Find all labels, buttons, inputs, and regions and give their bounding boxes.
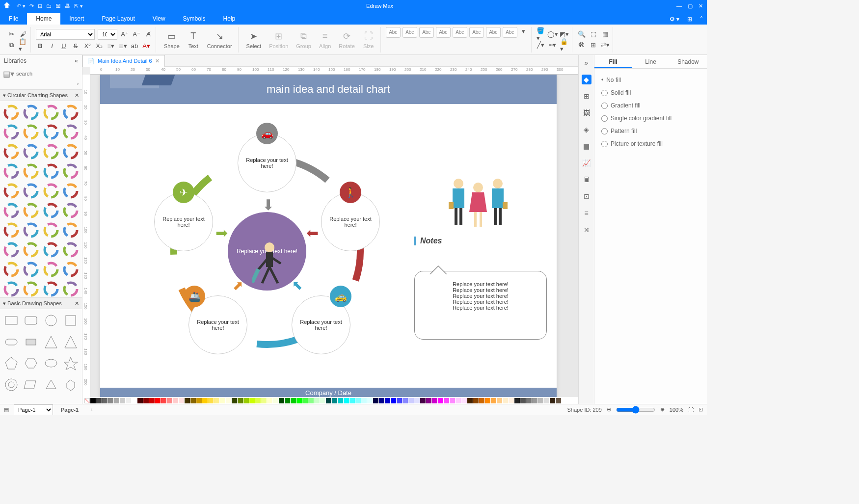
shape-thumb[interactable] [3,163,20,180]
color-swatch[interactable] [432,398,437,403]
fit-page-icon[interactable]: ⛶ [688,407,694,413]
underline-icon[interactable]: U [59,42,68,51]
shape-thumb[interactable] [62,202,79,219]
list-panel-icon[interactable]: ≡ [582,208,591,218]
color-swatch[interactable] [308,398,314,403]
color-swatch[interactable] [238,398,243,403]
color-swatch[interactable] [514,398,520,403]
color-swatch[interactable] [291,398,296,403]
color-swatch[interactable] [314,398,320,403]
shrink-font-icon[interactable]: A⁻ [132,30,141,39]
color-swatch[interactable] [132,398,137,403]
color-swatch[interactable] [420,398,426,403]
color-swatch[interactable] [179,398,184,403]
shape-thumb[interactable] [43,183,59,199]
color-swatch[interactable] [149,398,155,403]
shape-thumb[interactable] [43,355,59,371]
line-icon[interactable]: ╱▾ [537,41,545,50]
circular-diagram[interactable]: Replace your text here! Replace your tex… [139,114,395,369]
bullets-icon[interactable]: ≡▾ [107,42,115,51]
shape-tool[interactable]: ▭Shape [161,29,183,50]
color-swatch[interactable] [167,398,172,403]
color-swatch[interactable] [267,398,272,403]
opt-pattern[interactable]: Pattern fill [601,125,700,137]
style-panel-icon[interactable]: ◆ [582,75,591,84]
shape-thumb[interactable] [62,334,79,350]
tab-line[interactable]: Line [632,55,669,68]
grid-panel-icon[interactable]: ⊞ [582,91,591,101]
clear-format-icon[interactable]: A̸ [144,30,153,39]
copy-icon[interactable]: ⧉ [7,41,16,50]
color-swatch[interactable] [397,398,402,403]
color-swatch[interactable] [302,398,308,403]
style-preset[interactable]: Abc [453,27,467,38]
shape-thumb[interactable] [43,334,59,350]
zoom-in-icon[interactable]: ⊕ [660,406,665,413]
table-panel-icon[interactable]: ▦ [582,141,591,151]
color-swatch[interactable] [367,398,373,403]
opt-single[interactable]: Single color gradient fill [601,112,700,125]
accordion-circular[interactable]: ▾ Circular Charting Shapes✕ [0,89,82,101]
shape-thumb[interactable] [62,261,79,278]
color-swatch[interactable] [373,398,378,403]
shape-thumb[interactable] [23,104,39,121]
shape-thumb[interactable] [62,183,79,199]
shape-thumb[interactable] [43,222,59,239]
color-swatch[interactable] [161,398,166,403]
color-swatch[interactable] [120,398,125,403]
shape-thumb[interactable] [62,281,79,297]
page[interactable]: main idea and detail chart Replace your … [100,75,557,398]
color-swatch[interactable] [556,398,561,403]
color-swatch[interactable] [96,398,102,403]
color-swatch[interactable] [232,398,237,403]
export-icon[interactable]: ⇱ ▾ [74,3,83,9]
connector-tool[interactable]: ↘Connector [204,29,235,50]
people-graphic[interactable] [444,178,512,232]
layers-icon[interactable]: ▦ [601,30,610,39]
undo-icon[interactable]: ↶ ▾ [17,3,26,9]
shape-thumb[interactable] [23,312,39,329]
expand-right-icon[interactable]: » [582,58,591,68]
shape-thumb[interactable] [62,222,79,239]
strike-icon[interactable]: S̶ [71,42,80,51]
opt-gradient[interactable]: Gradient fill [601,99,700,112]
color-swatch[interactable] [243,398,249,403]
find-icon[interactable]: 🔍 [577,30,586,39]
select-all-icon[interactable]: ⬚ [589,30,598,39]
shape-thumb[interactable] [23,202,39,219]
collapse-down-icon[interactable]: ˅ [77,83,79,88]
color-swatch[interactable] [385,398,390,403]
shape-thumb[interactable] [23,355,39,371]
collapse-ribbon-icon[interactable]: ˄ [696,14,707,25]
page-tab[interactable]: Page-1 [57,406,82,414]
color-swatch[interactable] [497,398,502,403]
shape-thumb[interactable] [23,241,39,258]
color-swatch[interactable] [173,398,178,403]
shape-thumb[interactable] [23,376,39,393]
color-swatch[interactable] [261,398,267,403]
nofill-swatch[interactable] [84,398,90,403]
style-more-icon[interactable]: ▾ [519,27,528,36]
page-select[interactable]: Page-1 [14,404,53,415]
color-swatch[interactable] [102,398,107,403]
shape-thumb[interactable] [3,104,20,121]
color-swatch[interactable] [391,398,396,403]
color-swatch[interactable] [143,398,149,403]
color-swatch[interactable] [90,398,96,403]
pages-icon[interactable]: ▤ [4,406,9,413]
color-swatch[interactable] [249,398,255,403]
cut-icon[interactable]: ✂ [7,30,16,39]
tab-fill[interactable]: Fill [594,55,632,68]
dash-icon[interactable]: ┅▾ [548,41,557,50]
menu-pagelayout[interactable]: Page Layout [93,13,143,25]
document-tab[interactable]: 📄 Main Idea And Detail 6 ✕ [82,55,165,67]
shape-thumb[interactable] [43,376,59,393]
shape-thumb[interactable] [23,183,39,199]
tab-shadow[interactable]: Shadow [670,55,707,68]
color-swatch[interactable] [185,398,190,403]
color-swatch[interactable] [285,398,290,403]
menu-home[interactable]: Home [27,13,60,25]
shape-thumb[interactable] [3,261,20,278]
color-swatch[interactable] [473,398,479,403]
fill-icon[interactable]: 🪣▾ [537,30,545,39]
